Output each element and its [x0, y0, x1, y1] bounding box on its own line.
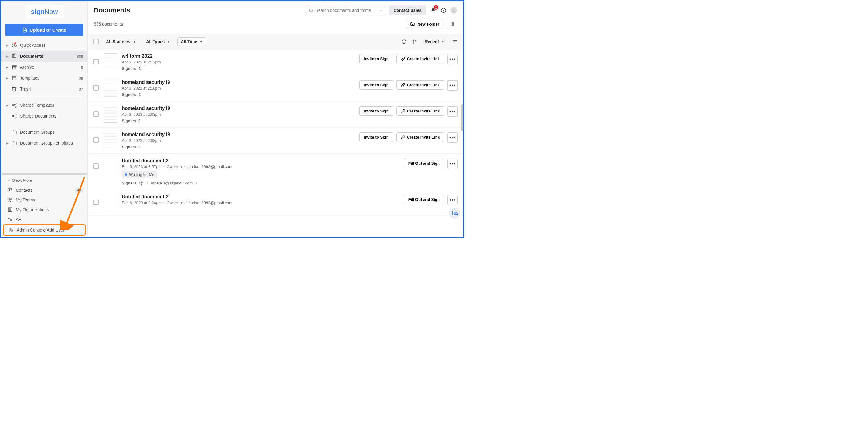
svg-point-23 — [9, 199, 10, 200]
more-options-button[interactable]: ••• — [447, 158, 458, 169]
document-row[interactable]: Untitled document 2 Feb 6, 2023 at 3:57p… — [88, 154, 463, 190]
sidebar-item-my-organizations[interactable]: My Organizations — [1, 205, 88, 214]
document-thumbnail — [103, 106, 117, 123]
document-row[interactable]: Untitled document 2 Feb 6, 2023 at 3:24p… — [88, 190, 463, 216]
signers-line: Signers: 1 — [122, 92, 354, 97]
trash-icon — [11, 86, 17, 92]
new-folder-button[interactable]: New Folder — [406, 19, 443, 29]
help-button[interactable] — [440, 7, 447, 14]
document-row[interactable]: homeland security i9 Apr 3, 2023 at 2:08… — [88, 128, 463, 154]
row-checkbox[interactable] — [93, 200, 99, 205]
document-row[interactable]: homeland security i9 Apr 3, 2023 at 2:08… — [88, 101, 463, 128]
sidebar-item-my-teams[interactable]: My Teams — [1, 195, 88, 205]
document-meta: Apr 3, 2023 at 2:10pm — [122, 86, 354, 91]
invite-to-sign-button[interactable]: Invite to Sign — [359, 80, 393, 90]
sidebar-item-documents[interactable]: ▶ Documents 836 — [1, 51, 88, 62]
panel-toggle-button[interactable] — [447, 19, 457, 29]
row-checkbox[interactable] — [93, 85, 99, 91]
row-checkbox[interactable] — [93, 59, 99, 64]
upload-icon — [23, 28, 27, 32]
svg-point-34 — [10, 229, 11, 230]
logo[interactable]: signNow — [1, 1, 88, 21]
chat-fab-button[interactable] — [449, 208, 460, 219]
search-input-wrap[interactable]: ▼ — [306, 6, 385, 15]
more-options-button[interactable]: ••• — [447, 106, 458, 117]
sidebar-item-quick-access[interactable]: ▶ Quick Access — [1, 40, 88, 51]
user-avatar[interactable] — [451, 7, 457, 14]
chat-icon — [452, 210, 458, 216]
sidebar-item-shared-templates[interactable]: ▶ Shared Templates — [1, 100, 88, 111]
document-row[interactable]: homeland security i9 Apr 3, 2023 at 2:10… — [88, 76, 463, 101]
sidebar-scrollbar[interactable] — [2, 173, 87, 175]
svg-point-10 — [12, 105, 14, 106]
svg-point-33 — [10, 220, 12, 221]
sidebar-item-label: Quick Access — [20, 43, 83, 48]
invite-to-sign-button[interactable]: Invite to Sign — [359, 54, 393, 63]
more-options-button[interactable]: ••• — [447, 195, 458, 205]
fill-out-sign-button[interactable]: Fill Out and Sign — [404, 158, 444, 168]
filter-time[interactable]: All Time▼ — [177, 37, 206, 46]
sidebar-item-api[interactable]: API — [1, 214, 88, 224]
row-checkbox[interactable] — [93, 137, 99, 143]
sidebar-item-trash[interactable]: ▶ Trash 37 — [1, 84, 88, 94]
status-badge: Waiting for Me — [122, 171, 157, 178]
select-all-checkbox[interactable] — [93, 39, 99, 44]
link-icon — [401, 135, 405, 140]
row-checkbox[interactable] — [93, 163, 99, 169]
list-icon — [452, 39, 457, 44]
sort-icon — [412, 39, 417, 44]
link-icon — [401, 109, 405, 113]
sidebar-item-admin-console[interactable]: Admin Console/Add User — [4, 225, 85, 235]
sidebar-item-document-group-templates[interactable]: ▶ Document Group Templates — [1, 138, 88, 149]
fill-out-sign-button[interactable]: Fill Out and Sign — [404, 195, 444, 204]
row-checkbox[interactable] — [93, 111, 99, 117]
notifications-button[interactable]: 1 — [430, 7, 436, 14]
svg-point-9 — [15, 103, 17, 105]
view-list-button[interactable] — [452, 38, 458, 44]
filter-types[interactable]: All Types▼ — [143, 38, 173, 46]
sort-recent[interactable]: Recent▼ — [422, 38, 447, 46]
show-more-toggle[interactable]: ㅅ Show More — [1, 175, 88, 185]
sidebar-item-count: 8 — [81, 65, 83, 69]
search-input[interactable] — [315, 8, 377, 13]
sidebar-item-contacts[interactable]: Contacts 40 — [1, 185, 88, 195]
svg-point-22 — [9, 189, 10, 190]
create-invite-link-button[interactable]: Create Invite Link — [396, 132, 444, 142]
chevron-right-icon: ▶ — [6, 77, 8, 80]
document-row[interactable]: w4 form 2022 Apr 3, 2023 at 2:12pm Signe… — [88, 49, 463, 76]
svg-rect-20 — [12, 142, 17, 145]
create-invite-link-button[interactable]: Create Invite Link — [396, 106, 444, 116]
svg-point-36 — [310, 9, 312, 11]
filter-statuses[interactable]: All Statuses▼ — [103, 38, 139, 46]
sidebar-item-templates[interactable]: ▶ Templates 39 — [1, 72, 88, 84]
create-invite-link-button[interactable]: Create Invite Link — [396, 54, 444, 63]
invite-to-sign-button[interactable]: Invite to Sign — [359, 106, 393, 116]
sidebar-item-archive[interactable]: ▶ Archive 8 — [1, 62, 88, 72]
refresh-button[interactable] — [401, 38, 407, 44]
sort-direction-button[interactable] — [411, 38, 417, 44]
signers-line: Signers: 1 — [122, 118, 354, 123]
svg-rect-42 — [450, 22, 454, 26]
signers-line: Signers: 1 — [122, 66, 354, 71]
more-options-button[interactable]: ••• — [447, 54, 458, 64]
create-invite-link-button[interactable]: Create Invite Link — [396, 80, 444, 90]
document-meta: Apr 3, 2023 at 2:12pm — [122, 60, 354, 64]
more-options-button[interactable]: ••• — [447, 80, 458, 91]
invite-to-sign-button[interactable]: Invite to Sign — [359, 132, 393, 142]
svg-line-37 — [312, 11, 313, 12]
contact-sales-button[interactable]: Contact Sales — [389, 5, 426, 15]
more-options-button[interactable]: ••• — [447, 132, 458, 143]
list-scrollbar[interactable] — [461, 104, 463, 131]
signers-line: Signers: 1 — [122, 145, 354, 149]
document-count: 836 documents — [94, 22, 402, 26]
upload-create-button[interactable]: Upload or Create — [5, 24, 83, 36]
link-icon — [401, 83, 405, 87]
admin-user-icon — [8, 227, 14, 233]
svg-rect-19 — [12, 131, 17, 134]
sidebar-item-shared-documents[interactable]: ▶ Shared Documents — [1, 111, 88, 121]
refresh-icon — [402, 39, 407, 44]
sidebar-item-count: 40 — [75, 188, 83, 192]
sidebar-item-document-groups[interactable]: ▶ Document Groups — [1, 127, 88, 138]
search-icon — [309, 8, 313, 13]
documents-icon — [11, 54, 17, 59]
